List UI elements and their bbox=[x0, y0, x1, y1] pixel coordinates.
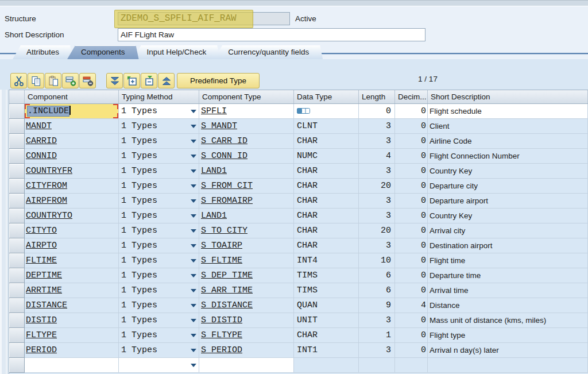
data-type-cell[interactable]: CHAR bbox=[294, 194, 359, 209]
component-cell[interactable]: ARRTIME bbox=[25, 283, 119, 298]
typing-method-cell[interactable]: 1 Types bbox=[119, 179, 199, 194]
row-selector[interactable] bbox=[9, 179, 25, 194]
typing-method-cell[interactable]: 1 Types bbox=[119, 149, 199, 164]
short-description-cell[interactable]: Client bbox=[428, 119, 588, 134]
length-cell[interactable]: 3 bbox=[359, 164, 395, 179]
dropdown-arrow-icon[interactable] bbox=[191, 140, 196, 143]
dropdown-arrow-icon[interactable] bbox=[191, 304, 196, 307]
row-selector[interactable] bbox=[9, 119, 25, 134]
data-type-cell[interactable]: CHAR bbox=[294, 164, 359, 179]
component-cell[interactable]: MANDT bbox=[25, 119, 119, 134]
column-header-short-description[interactable]: Short Description bbox=[428, 90, 588, 103]
length-cell[interactable]: 3 bbox=[359, 313, 395, 328]
component-cell[interactable]: PERIOD bbox=[25, 343, 119, 358]
decimals-cell[interactable]: 4 bbox=[395, 298, 428, 313]
data-type-cell[interactable]: INT4 bbox=[294, 253, 359, 268]
row-selector[interactable] bbox=[9, 209, 25, 223]
short-description-cell[interactable]: Country Key bbox=[428, 209, 588, 223]
component-type-cell[interactable]: S_CONN_ID bbox=[199, 149, 294, 164]
row-selector[interactable] bbox=[9, 238, 25, 253]
data-type-cell[interactable]: CHAR bbox=[294, 134, 359, 149]
short-description-cell[interactable]: Airline Code bbox=[428, 134, 588, 149]
typing-method-cell[interactable]: 1 Types bbox=[119, 134, 199, 149]
short-description-cell[interactable]: Country Key bbox=[428, 164, 588, 179]
dropdown-arrow-icon[interactable] bbox=[191, 214, 196, 218]
component-type-cell[interactable]: S_FLTIME bbox=[199, 253, 294, 268]
component-cell[interactable]: CITYFROM bbox=[25, 179, 119, 194]
data-type-cell[interactable]: CHAR bbox=[294, 223, 359, 238]
row-selector[interactable] bbox=[9, 283, 25, 298]
component-type-cell[interactable]: S_MANDT bbox=[199, 119, 294, 134]
column-header-decimals[interactable]: Decim... bbox=[395, 90, 428, 103]
typing-method-cell[interactable]: 1 Types bbox=[119, 209, 199, 223]
decimals-cell[interactable]: 0 bbox=[395, 194, 428, 209]
typing-method-cell[interactable]: 1 Types bbox=[119, 164, 199, 179]
length-cell[interactable]: 4 bbox=[359, 149, 395, 164]
length-cell[interactable]: 3 bbox=[359, 134, 395, 149]
data-type-cell[interactable]: CHAR bbox=[294, 179, 359, 194]
decimals-cell[interactable]: 0 bbox=[395, 283, 428, 298]
component-cell[interactable]: .INCLUDE bbox=[25, 104, 119, 119]
data-type-cell[interactable]: TIMS bbox=[294, 283, 359, 298]
component-type-cell[interactable]: S_ARR_TIME bbox=[199, 283, 294, 298]
component-cell[interactable]: CONNID bbox=[25, 149, 119, 164]
short-description-cell[interactable]: Flight schedule bbox=[428, 104, 588, 119]
data-type-cell[interactable]: INT1 bbox=[294, 343, 359, 358]
short-description-cell[interactable]: Arrival time bbox=[428, 283, 588, 298]
collapse-include-button[interactable] bbox=[141, 73, 157, 88]
short-description-cell[interactable]: Destination airport bbox=[428, 238, 588, 253]
data-type-cell[interactable]: UNIT bbox=[294, 313, 359, 328]
tab-currency-quantity-fields[interactable]: Currency/quantity fields bbox=[214, 45, 323, 59]
data-type-cell[interactable]: CLNT bbox=[294, 119, 359, 134]
length-cell[interactable]: 20 bbox=[359, 179, 395, 194]
typing-method-cell[interactable]: 1 Types bbox=[119, 223, 199, 238]
data-type-cell[interactable]: QUAN bbox=[294, 298, 359, 313]
length-cell[interactable]: 20 bbox=[359, 223, 395, 238]
decimals-cell[interactable]: 0 bbox=[395, 134, 428, 149]
column-header-length[interactable]: Length bbox=[359, 90, 395, 103]
typing-method-cell[interactable]: 1 Types bbox=[119, 298, 199, 313]
component-cell[interactable]: FLTIME bbox=[25, 253, 119, 268]
row-selector[interactable] bbox=[9, 104, 25, 119]
dropdown-arrow-icon[interactable] bbox=[191, 184, 196, 188]
tab-input-help-check[interactable]: Input Help/Check bbox=[133, 45, 220, 59]
tab-attributes[interactable]: Attributes bbox=[13, 45, 73, 59]
short-description-cell[interactable]: Departure airport bbox=[428, 194, 588, 209]
data-type-cell[interactable]: TIMS bbox=[294, 268, 359, 283]
short-description-cell[interactable] bbox=[428, 358, 588, 373]
column-header-data-type[interactable]: Data Type bbox=[294, 90, 359, 103]
short-description-field[interactable]: AIF FLight Raw bbox=[118, 28, 425, 41]
component-cell[interactable]: COUNTRYTO bbox=[25, 209, 119, 223]
component-cell[interactable]: DISTID bbox=[25, 313, 119, 328]
decimals-cell[interactable]: 0 bbox=[395, 164, 428, 179]
decimals-cell[interactable]: 0 bbox=[395, 149, 428, 164]
dropdown-arrow-icon[interactable] bbox=[191, 274, 196, 277]
typing-method-cell[interactable]: 1 Types bbox=[119, 313, 199, 328]
short-description-cell[interactable]: Arrival city bbox=[428, 223, 588, 238]
row-selector[interactable] bbox=[9, 343, 25, 358]
row-selector[interactable] bbox=[9, 253, 25, 268]
decimals-cell[interactable]: 0 bbox=[395, 179, 428, 194]
component-type-cell[interactable]: S_CARR_ID bbox=[199, 134, 294, 149]
component-type-cell[interactable]: S_DISTID bbox=[199, 313, 294, 328]
component-type-cell[interactable] bbox=[199, 358, 294, 373]
short-description-cell[interactable]: Departure time bbox=[428, 268, 588, 283]
short-description-cell[interactable]: Flight Connection Number bbox=[428, 149, 588, 164]
dropdown-arrow-icon[interactable] bbox=[191, 259, 196, 263]
component-type-cell[interactable]: S_FROM_CIT bbox=[199, 179, 294, 194]
short-description-cell[interactable]: Flight type bbox=[428, 328, 588, 343]
copy-button[interactable] bbox=[28, 73, 44, 88]
decimals-cell[interactable]: 0 bbox=[395, 119, 428, 134]
component-type-cell[interactable]: S_FLTYPE bbox=[199, 328, 294, 343]
row-selector[interactable] bbox=[9, 313, 25, 328]
decimals-cell[interactable]: 0 bbox=[395, 313, 428, 328]
cut-button[interactable] bbox=[10, 73, 27, 88]
component-cell[interactable]: COUNTRYFR bbox=[25, 164, 119, 179]
short-description-cell[interactable]: Arrival n day(s) later bbox=[428, 343, 588, 358]
length-cell[interactable]: 0 bbox=[359, 104, 395, 119]
data-type-cell[interactable] bbox=[294, 358, 359, 373]
row-selector[interactable] bbox=[9, 298, 25, 313]
typing-method-cell[interactable]: 1 Types bbox=[119, 104, 199, 119]
insert-row-button[interactable] bbox=[62, 73, 79, 88]
component-cell[interactable]: AIRPFROM bbox=[25, 194, 119, 209]
